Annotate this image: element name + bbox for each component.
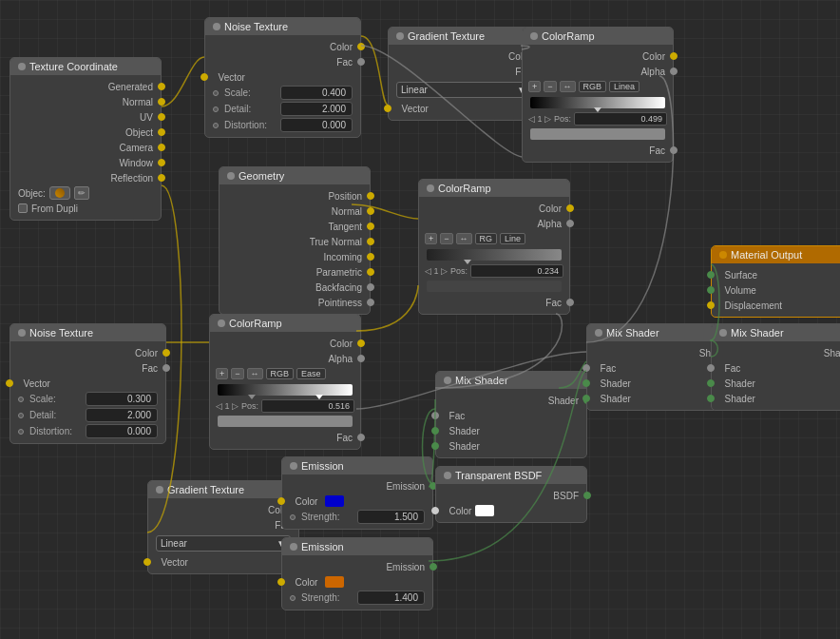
msl-shader1-in: Shader xyxy=(436,423,586,438)
geo-true-normal: True Normal xyxy=(220,234,370,249)
gradient-texture-bottom-node: Gradient Texture Color Fac Linear ▼ Vect… xyxy=(147,480,299,574)
cr-mid-alpha-out: Alpha xyxy=(419,216,569,231)
ntl-scale-row: Scale: 0.300 xyxy=(10,391,165,407)
gtb-type-label: Linear xyxy=(161,538,187,549)
cr-interp-select[interactable]: Linea xyxy=(609,81,640,92)
crc-mode-select[interactable]: Ease xyxy=(296,368,326,379)
mix-shader-left-header: Mix Shader xyxy=(436,372,586,389)
nt-distortion-row: Distortion: 0.000 xyxy=(205,117,360,133)
cr-rgb-select[interactable]: RGB xyxy=(579,81,607,92)
cr-mid-swap-btn[interactable]: ↔ xyxy=(456,233,472,244)
geo-tangent: Tangent xyxy=(220,219,370,234)
gtb-fac-out: Fac xyxy=(148,517,298,532)
cr-top-tools: + − ↔ RGB Linea xyxy=(523,79,673,94)
gt-fac-out: Fac xyxy=(389,64,539,79)
tc-object-field: Objec: ✏ xyxy=(10,185,161,201)
cr-add-btn[interactable]: + xyxy=(528,81,541,92)
material-output-title: Material Output xyxy=(731,249,802,261)
msl-shader-out: Shader xyxy=(436,393,586,408)
cr-top-alpha-out: Alpha xyxy=(523,64,673,79)
cr-mid-bar xyxy=(427,249,562,261)
emission-top-title: Emission xyxy=(301,460,344,472)
geo-backfacing: Backfacing xyxy=(220,280,370,295)
et-strength-row: Strength: 1.500 xyxy=(282,509,432,525)
mix-shader-right-header: Mix Shader xyxy=(712,324,840,341)
cr-mid-rgb-select[interactable]: RG xyxy=(475,233,498,244)
mix-shader-right-title: Mix Shader xyxy=(731,327,784,339)
msr-shader-out: Shader xyxy=(712,345,840,360)
noise-texture-left-header: Noise Texture xyxy=(10,324,165,341)
geo-incoming: Incoming xyxy=(220,249,370,264)
crc-fac-out: Fac xyxy=(210,430,360,445)
cr-mid-minus-btn[interactable]: − xyxy=(440,233,452,244)
tc-normal: Normal xyxy=(10,94,161,109)
mix-shader-left-title: Mix Shader xyxy=(455,375,508,386)
geo-position: Position xyxy=(220,188,370,203)
eb-emission-out: Emission xyxy=(282,559,432,574)
eb-color-row: Color xyxy=(282,574,432,590)
gt-type-select[interactable]: Linear ▼ xyxy=(396,82,531,98)
geometry-title: Geometry xyxy=(239,170,284,182)
gradient-texture-top-header: Gradient Texture xyxy=(389,28,539,45)
noise-texture-left-title: Noise Texture xyxy=(29,327,93,339)
crc-pos-row: ◁ 1 ▷ Pos: 0.516 xyxy=(210,398,360,414)
geo-pointiness: Pointiness xyxy=(220,295,370,310)
cr-mid-tools: + − ↔ RG Line xyxy=(419,231,569,246)
color-ramp-top-header: ColorRamp xyxy=(523,28,673,45)
transparent-bsdf-node: Transparent BSDF BSDF Color xyxy=(435,466,587,523)
noise-texture-top-node: Noise Texture Color Fac Vector Scale: 0.… xyxy=(204,17,361,138)
texture-coordinate-header: Texture Coordinate xyxy=(10,58,161,75)
cr-mid-interp-select[interactable]: Line xyxy=(500,233,525,244)
geometry-node: Geometry Position Normal Tangent True No… xyxy=(219,166,371,315)
ntl-distortion-row: Distortion: 0.000 xyxy=(10,423,165,439)
crc-bar xyxy=(218,384,353,396)
ntl-vector-in: Vector xyxy=(10,376,165,391)
transparent-bsdf-title: Transparent BSDF xyxy=(455,470,542,481)
ntl-fac-out: Fac xyxy=(10,360,165,376)
gradient-texture-top-node: Gradient Texture Color Fac Linear ▼ Vect… xyxy=(388,27,540,121)
noise-texture-top-title: Noise Texture xyxy=(224,21,288,32)
tc-window: Window xyxy=(10,155,161,170)
tc-camera: Camera xyxy=(10,140,161,155)
gt-type-label: Linear xyxy=(401,85,428,95)
noise-texture-top-header: Noise Texture xyxy=(205,18,360,35)
cr-minus-btn[interactable]: − xyxy=(544,81,556,92)
gradient-texture-top-title: Gradient Texture xyxy=(408,30,485,42)
tc-generated: Generated xyxy=(10,79,161,94)
color-ramp-center-node: ColorRamp Color Alpha + − ↔ RGB Ease ◁ 1… xyxy=(209,314,361,450)
color-ramp-top-node: ColorRamp Color Alpha + − ↔ RGB Linea ◁ … xyxy=(522,27,674,163)
tb-bsdf-out: BSDF xyxy=(436,488,586,503)
tc-reflection: Reflection xyxy=(10,170,161,185)
crc-rgb-select[interactable]: RGB xyxy=(266,368,295,379)
transparent-bsdf-header: Transparent BSDF xyxy=(436,467,586,484)
color-ramp-top-title: ColorRamp xyxy=(542,30,595,42)
crc-tools: + − ↔ RGB Ease xyxy=(210,366,360,381)
cr-mid-add-btn[interactable]: + xyxy=(425,233,437,244)
gtb-vector-in: Vector xyxy=(148,554,298,570)
cr-top-fac-in: Fac xyxy=(523,143,673,158)
geometry-header: Geometry xyxy=(220,167,370,184)
et-color-row: Color xyxy=(282,494,432,509)
ntl-color-out: Color xyxy=(10,345,165,360)
crc-minus-btn[interactable]: − xyxy=(231,368,243,379)
emission-top-node: Emission Emission Color Strength: 1.500 xyxy=(281,456,433,530)
ntl-detail-row: Detail: 2.000 xyxy=(10,407,165,423)
msr-fac-in: Fac xyxy=(712,360,840,376)
cr-swap-btn[interactable]: ↔ xyxy=(560,81,576,92)
geo-parametric: Parametric xyxy=(220,264,370,280)
gtb-type-select[interactable]: Linear ▼ xyxy=(156,535,291,552)
cr-top-pos-row: ◁ 1 ▷ Pos: 0.499 xyxy=(523,111,673,126)
emission-top-header: Emission xyxy=(282,457,432,474)
nt-detail-row: Detail: 2.000 xyxy=(205,101,360,117)
color-ramp-center-header: ColorRamp xyxy=(210,315,360,332)
gradient-texture-bottom-header: Gradient Texture xyxy=(148,481,298,498)
crc-swap-btn[interactable]: ↔ xyxy=(247,368,263,379)
cr-top-color-out: Color xyxy=(523,48,673,64)
mo-volume-in: Volume xyxy=(712,282,840,298)
material-output-header: Material Output xyxy=(712,246,840,263)
crc-add-btn[interactable]: + xyxy=(216,368,228,379)
tb-color-in: Color xyxy=(436,503,586,518)
tc-uv: UV xyxy=(10,109,161,125)
msl-fac-in: Fac xyxy=(436,408,586,423)
cr-mid-fac-out: Fac xyxy=(419,295,569,310)
